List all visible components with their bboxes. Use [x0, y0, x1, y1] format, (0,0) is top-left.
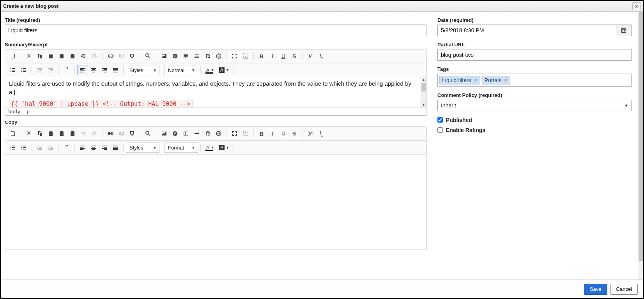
bullet-list-icon[interactable]: [18, 142, 29, 153]
bg-color-icon[interactable]: A▼: [217, 65, 231, 75]
copy-content-area[interactable]: [5, 155, 426, 250]
format-select[interactable]: Normal▼: [165, 65, 198, 75]
path-body[interactable]: body: [8, 109, 20, 114]
page-scrollbar[interactable]: [638, 12, 643, 280]
source-icon[interactable]: [7, 51, 18, 61]
bold-icon[interactable]: B: [256, 128, 267, 139]
blockquote-icon[interactable]: ”: [61, 142, 72, 153]
paste-text-icon[interactable]: [56, 51, 67, 61]
cut-icon[interactable]: [23, 128, 34, 139]
paste-icon[interactable]: [45, 51, 56, 61]
path-p[interactable]: p: [27, 109, 30, 114]
format-painter-icon[interactable]: [305, 128, 316, 139]
link-icon[interactable]: [105, 51, 116, 61]
link-icon[interactable]: [105, 128, 116, 139]
strike-icon[interactable]: S: [289, 51, 300, 61]
styles-select[interactable]: Styles▼: [126, 142, 159, 153]
bg-color-icon[interactable]: A▼: [217, 142, 231, 153]
paste-word-icon[interactable]: [67, 51, 78, 61]
format-select[interactable]: Format▼: [165, 142, 198, 153]
cancel-button[interactable]: Cancel: [610, 284, 638, 295]
image-icon[interactable]: [159, 51, 170, 61]
scroll-down-icon[interactable]: ▾: [421, 102, 426, 107]
styles-select[interactable]: Styles▼: [126, 65, 159, 75]
source-icon[interactable]: [7, 128, 18, 139]
remove-format-icon[interactable]: Ix: [316, 128, 327, 139]
align-left-icon[interactable]: [77, 142, 88, 153]
anchor-icon[interactable]: [127, 51, 138, 61]
indent-icon[interactable]: [45, 65, 56, 75]
close-button[interactable]: ✕: [632, 2, 641, 10]
align-left-icon[interactable]: [77, 65, 88, 75]
flash-icon[interactable]: [170, 51, 180, 61]
align-justify-icon[interactable]: [110, 65, 121, 75]
outdent-icon[interactable]: [34, 142, 45, 153]
maximize-icon[interactable]: [229, 51, 240, 61]
showblocks-icon[interactable]: [240, 51, 251, 61]
image-icon[interactable]: [159, 128, 170, 139]
underline-icon[interactable]: U: [278, 51, 289, 61]
italic-icon[interactable]: I: [267, 128, 278, 139]
outdent-icon[interactable]: [34, 65, 45, 75]
showblocks-icon[interactable]: [240, 128, 251, 139]
page-scroll-thumb[interactable]: [639, 12, 643, 261]
text-color-icon[interactable]: A▼: [203, 142, 217, 153]
iframe-icon[interactable]: [213, 51, 224, 61]
remove-format-icon[interactable]: Ix: [316, 51, 327, 61]
strike-icon[interactable]: S: [289, 128, 300, 139]
cut-icon[interactable]: [23, 51, 34, 61]
iframe-icon[interactable]: [213, 128, 224, 139]
numbered-list-icon[interactable]: [7, 65, 18, 75]
bullet-list-icon[interactable]: [18, 65, 29, 75]
paste-icon[interactable]: [45, 128, 56, 139]
unlink-icon[interactable]: [116, 51, 127, 61]
undo-icon[interactable]: [78, 128, 89, 139]
table-icon[interactable]: [180, 128, 191, 139]
hr-icon[interactable]: [191, 51, 202, 61]
align-right-icon[interactable]: [99, 65, 110, 75]
redo-icon[interactable]: [89, 128, 100, 139]
scroll-thumb[interactable]: [421, 83, 426, 91]
paste-text-icon[interactable]: [56, 128, 67, 139]
find-icon[interactable]: [143, 51, 154, 61]
bold-icon[interactable]: B: [256, 51, 267, 61]
date-input[interactable]: [437, 25, 616, 36]
url-input[interactable]: [437, 49, 632, 61]
summary-content-area[interactable]: Liquid filters are used to modify the ou…: [5, 77, 426, 107]
anchor-icon[interactable]: [127, 128, 138, 139]
text-color-icon[interactable]: A▼: [203, 65, 217, 75]
specialchar-icon[interactable]: [202, 128, 213, 139]
table-icon[interactable]: [180, 51, 191, 61]
align-justify-icon[interactable]: [110, 142, 121, 153]
flash-icon[interactable]: [170, 128, 180, 139]
tag-remove-icon[interactable]: ✕: [474, 77, 478, 83]
italic-icon[interactable]: I: [267, 51, 278, 61]
ratings-checkbox[interactable]: [437, 127, 443, 133]
policy-select[interactable]: Inherit: [437, 100, 632, 111]
calendar-button[interactable]: [616, 25, 632, 36]
scroll-up-icon[interactable]: ▴: [421, 77, 426, 83]
numbered-list-icon[interactable]: [7, 142, 18, 153]
paste-word-icon[interactable]: [67, 128, 78, 139]
tag-remove-icon[interactable]: ✕: [504, 77, 508, 83]
title-input[interactable]: [5, 25, 426, 36]
indent-icon[interactable]: [45, 142, 56, 153]
redo-icon[interactable]: [89, 51, 100, 61]
find-icon[interactable]: [143, 128, 154, 139]
align-center-icon[interactable]: [88, 142, 99, 153]
copy-icon[interactable]: [34, 128, 45, 139]
maximize-icon[interactable]: [229, 128, 240, 139]
tags-input[interactable]: Liquid filters ✕ Portals ✕: [437, 74, 632, 87]
copy-icon[interactable]: [34, 51, 45, 61]
hr-icon[interactable]: [191, 128, 202, 139]
undo-icon[interactable]: [78, 51, 89, 61]
summary-scrollbar[interactable]: ▴ ▾: [421, 77, 426, 107]
specialchar-icon[interactable]: [202, 51, 213, 61]
align-center-icon[interactable]: [88, 65, 99, 75]
format-painter-icon[interactable]: [305, 51, 316, 61]
unlink-icon[interactable]: [116, 128, 127, 139]
save-button[interactable]: Save: [584, 284, 607, 295]
blockquote-icon[interactable]: ”: [61, 65, 72, 75]
underline-icon[interactable]: U: [278, 128, 289, 139]
align-right-icon[interactable]: [99, 142, 110, 153]
